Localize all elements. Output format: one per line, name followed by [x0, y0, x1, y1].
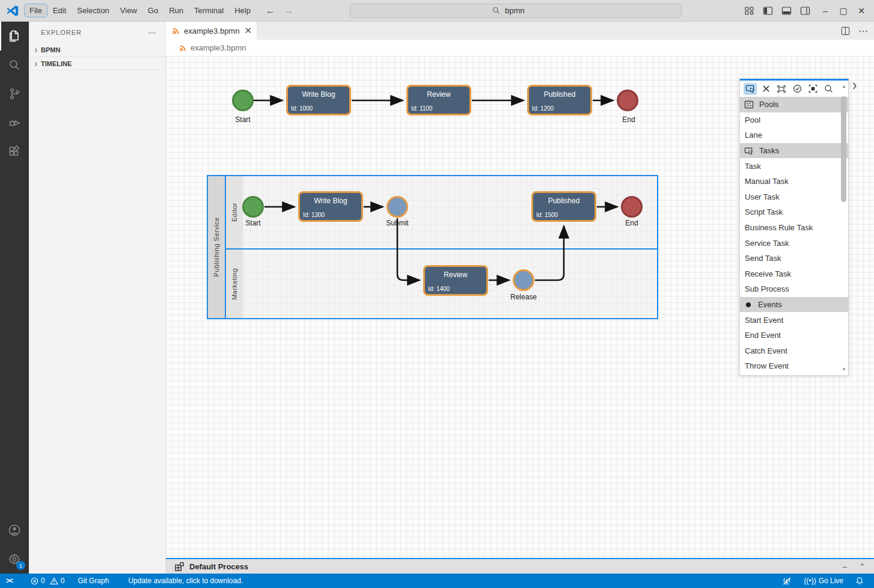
sidebar-section-bpmn[interactable]: › BPMN: [29, 43, 165, 57]
check-circle-icon: [793, 84, 802, 93]
accounts-button[interactable]: [0, 516, 29, 545]
palette-collapse-chevron-icon[interactable]: ›: [852, 76, 857, 94]
remote-indicator-icon[interactable]: ><: [0, 574, 18, 588]
menu-help[interactable]: Help: [229, 4, 256, 17]
palette-item-throw-event[interactable]: Throw Event: [740, 358, 848, 374]
palette-item-business-rule-task[interactable]: Business Rule Task: [740, 220, 848, 236]
menu-go[interactable]: Go: [142, 4, 163, 17]
extensions-activity-button[interactable]: [0, 137, 29, 166]
source-control-activity-button[interactable]: [0, 79, 29, 108]
palette-item-user-task[interactable]: User Task: [740, 189, 848, 205]
task-id: Id: 1300: [303, 212, 325, 218]
palette-item-task[interactable]: Task: [740, 158, 848, 174]
task-review-1400[interactable]: Review Id: 1400: [423, 265, 488, 296]
validate-button[interactable]: [790, 83, 804, 95]
node-label: Submit: [386, 219, 408, 227]
process-icon: [174, 562, 185, 572]
task-write-blog-1000[interactable]: Write Blog Id: 1000: [286, 85, 351, 115]
go-live-icon: ((•)): [804, 577, 816, 585]
palette-toolbar: [740, 81, 848, 97]
search-wrap: [293, 4, 739, 18]
palette-item-start-event[interactable]: Start Event: [740, 312, 848, 328]
window-controls: – ▢ ✕: [816, 2, 870, 20]
sidebar-section-timeline[interactable]: › TIMELINE: [29, 57, 165, 70]
go-live-button[interactable]: ((•)) Go Live: [799, 574, 848, 588]
customize-layout-icon[interactable]: [745, 6, 754, 16]
ports-status-button[interactable]: [778, 574, 796, 588]
palette-item-end-event[interactable]: End Event: [740, 328, 848, 343]
palette-item-lane[interactable]: Lane: [740, 127, 848, 143]
palette-item-catch-event[interactable]: Catch Event: [740, 343, 848, 359]
task-review-1100[interactable]: Review Id: 1100: [406, 85, 471, 115]
search-activity-button[interactable]: [0, 51, 29, 79]
problems-status[interactable]: 0 0: [26, 574, 69, 588]
palette-item-service-task[interactable]: Service Task: [740, 235, 848, 251]
explorer-activity-button[interactable]: [0, 22, 29, 51]
end-event-node[interactable]: [621, 196, 643, 218]
vscode-window: File Edit Selection View Go Run Terminal…: [0, 0, 874, 588]
toggle-panel-icon[interactable]: [781, 6, 792, 16]
center-view-button[interactable]: [806, 83, 819, 95]
bpmn-canvas[interactable]: Publishing Service Editor Marketing: [166, 56, 874, 558]
split-editor-icon[interactable]: [841, 26, 850, 35]
menu-view[interactable]: View: [115, 4, 142, 17]
zoom-tool-button[interactable]: [822, 83, 835, 95]
minimize-panel-icon[interactable]: –: [843, 562, 847, 571]
editor-more-actions-icon[interactable]: ⋯: [858, 25, 868, 37]
update-notification[interactable]: Update available, click to download.: [124, 574, 247, 588]
menu-terminal[interactable]: Terminal: [189, 4, 229, 17]
toggle-primary-sidebar-icon[interactable]: [763, 6, 773, 16]
command-center-search[interactable]: [350, 4, 682, 18]
menu-selection[interactable]: Selection: [72, 4, 114, 17]
palette-item-send-task[interactable]: Send Task: [740, 251, 848, 266]
menu-edit[interactable]: Edit: [47, 4, 72, 17]
scroll-up-icon[interactable]: ▲: [840, 84, 848, 89]
start-event-node[interactable]: [232, 90, 254, 111]
close-button[interactable]: ✕: [852, 2, 870, 20]
fit-view-button[interactable]: [775, 83, 788, 95]
toggle-secondary-sidebar-icon[interactable]: [800, 6, 810, 16]
select-tool-button[interactable]: [744, 83, 757, 95]
scrollbar-thumb[interactable]: [841, 96, 846, 202]
back-arrow-icon[interactable]: ←: [266, 5, 275, 16]
task-id: Id: 1100: [411, 105, 432, 112]
minimize-button[interactable]: –: [816, 2, 834, 20]
palette-item-pool[interactable]: Pool: [740, 112, 848, 128]
palette-item-manual-task[interactable]: Manual Task: [740, 174, 848, 189]
intermediate-event-submit[interactable]: [387, 196, 408, 218]
git-graph-button[interactable]: Git Graph: [73, 574, 113, 588]
palette-item-sub-process[interactable]: Sub Process: [740, 281, 848, 297]
task-title: Review: [425, 271, 486, 279]
palette-section-events: Events: [740, 297, 848, 313]
chevron-right-icon: ›: [31, 58, 41, 69]
process-name[interactable]: Default Process: [189, 562, 248, 571]
palette-item-script-task[interactable]: Script Task: [740, 204, 848, 220]
search-input[interactable]: [504, 5, 540, 16]
expand-panel-icon[interactable]: ⌃: [859, 562, 866, 571]
run-debug-activity-button[interactable]: [0, 108, 29, 137]
task-published-1500[interactable]: Published Id: 1500: [531, 191, 596, 222]
tab-close-icon[interactable]: ✕: [244, 25, 252, 36]
tab-example3-bpmn[interactable]: example3.bpmn ✕: [166, 22, 257, 40]
notifications-button[interactable]: [851, 574, 868, 588]
events-icon: [744, 301, 753, 309]
end-event-node[interactable]: [617, 90, 638, 111]
breadcrumb-item[interactable]: example3.bpmn: [191, 43, 246, 52]
menu-run[interactable]: Run: [163, 4, 189, 17]
menu-file[interactable]: File: [24, 4, 47, 17]
scroll-down-icon[interactable]: ▼: [840, 367, 848, 372]
maximize-button[interactable]: ▢: [834, 2, 852, 20]
more-actions-icon[interactable]: ⋯: [148, 28, 157, 37]
palette-item-receive-task[interactable]: Receive Task: [740, 266, 848, 282]
breadcrumb[interactable]: example3.bpmn: [166, 40, 874, 56]
task-write-blog-1300[interactable]: Write Blog Id: 1300: [298, 191, 363, 222]
task-published-1200[interactable]: Published Id: 1200: [527, 85, 592, 115]
start-event-node[interactable]: [242, 196, 264, 218]
intermediate-event-release[interactable]: [513, 269, 534, 291]
delete-tool-button[interactable]: [759, 83, 772, 95]
forward-arrow-icon[interactable]: →: [284, 5, 293, 16]
section-label: TIMELINE: [41, 60, 72, 67]
node-label: Release: [510, 293, 537, 301]
settings-button[interactable]: 1: [0, 545, 29, 574]
palette-scrollbar[interactable]: ▲ ▼: [840, 84, 848, 372]
